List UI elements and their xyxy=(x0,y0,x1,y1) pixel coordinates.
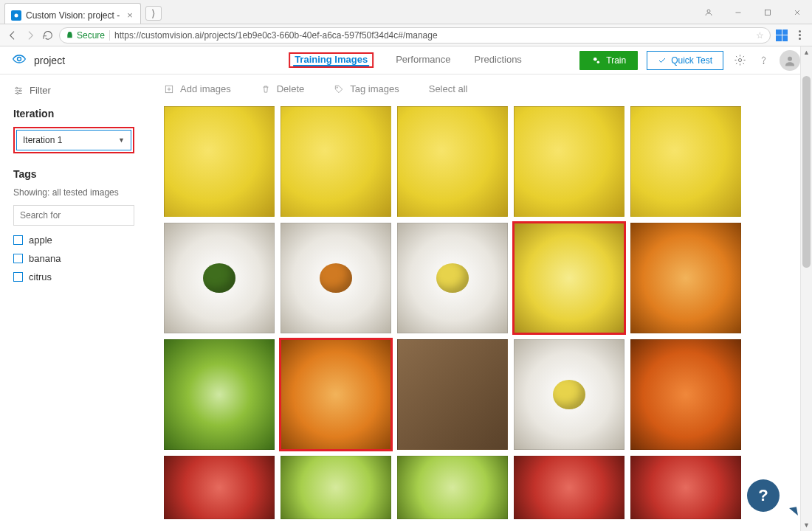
user-avatar[interactable] xyxy=(780,50,800,71)
select-all-label: Select all xyxy=(429,83,468,94)
address-bar[interactable]: Secure https://customvision.ai/projects/… xyxy=(59,27,771,44)
tag-images-button[interactable]: Tag images xyxy=(334,83,399,94)
help-bubble-tail xyxy=(789,507,798,517)
add-images-button[interactable]: Add images xyxy=(164,83,231,94)
iteration-selected: Iteration 1 xyxy=(23,135,62,145)
settings-gear-icon[interactable] xyxy=(732,53,747,68)
train-label: Train xyxy=(606,55,626,66)
image-thumb[interactable] xyxy=(281,223,391,333)
browser-tabstrip: Custom Vision: project - × ⟩ xyxy=(0,0,812,24)
main-tabs: Training Images Performance Predictions xyxy=(289,46,523,74)
image-thumb[interactable] xyxy=(164,106,275,217)
svg-point-6 xyxy=(18,57,21,60)
image-thumb[interactable] xyxy=(164,456,275,519)
tag-label: banana xyxy=(29,253,61,264)
plus-box-icon xyxy=(164,84,174,94)
svg-point-8 xyxy=(597,60,600,63)
image-grid-scroll[interactable] xyxy=(148,100,812,531)
tab-predictions[interactable]: Predictions xyxy=(473,46,523,74)
svg-point-15 xyxy=(16,87,18,88)
image-thumb[interactable] xyxy=(281,106,391,217)
tags-subtext: Showing: all tested images xyxy=(13,187,134,198)
tab-performance[interactable]: Performance xyxy=(394,46,452,74)
browser-toolbar: Secure https://customvision.ai/projects/… xyxy=(0,24,812,46)
browser-tab[interactable]: Custom Vision: project - × xyxy=(4,3,141,24)
quick-test-label: Quick Test xyxy=(671,55,712,66)
bookmark-star-icon[interactable]: ☆ xyxy=(756,30,764,41)
account-icon[interactable] xyxy=(694,2,723,23)
window-minimize-button[interactable] xyxy=(723,2,753,23)
help-icon[interactable] xyxy=(756,53,771,68)
tag-item-banana[interactable]: banana xyxy=(13,253,134,264)
window-close-button[interactable] xyxy=(782,2,812,23)
project-title: project xyxy=(34,55,65,66)
tag-search-input[interactable] xyxy=(13,205,134,226)
tag-item-apple[interactable]: apple xyxy=(13,235,134,246)
windows-ext-icon[interactable] xyxy=(775,29,788,42)
sliders-icon xyxy=(13,86,24,96)
image-thumb[interactable] xyxy=(630,223,741,333)
scroll-down-icon[interactable]: ▼ xyxy=(801,519,812,531)
scroll-thumb[interactable] xyxy=(802,76,811,268)
svg-point-10 xyxy=(763,63,763,63)
trash-icon xyxy=(261,84,271,94)
image-thumb[interactable] xyxy=(397,106,508,217)
filter-label: Filter xyxy=(30,85,51,96)
iteration-dropdown[interactable]: Iteration 1 ▼ xyxy=(16,130,131,150)
image-thumb[interactable] xyxy=(397,223,508,333)
quick-test-button[interactable]: Quick Test xyxy=(647,51,723,70)
filter-row[interactable]: Filter xyxy=(13,85,134,96)
image-thumb[interactable] xyxy=(630,106,741,217)
secure-label: Secure xyxy=(77,30,105,41)
svg-point-21 xyxy=(337,86,338,88)
image-grid xyxy=(164,106,796,519)
window-maximize-button[interactable] xyxy=(753,2,782,23)
app-header: project Training Images Performance Pred… xyxy=(0,46,812,74)
image-thumb[interactable] xyxy=(630,339,741,450)
new-tab-button[interactable]: ⟩ xyxy=(145,6,162,21)
scroll-up-icon[interactable]: ▲ xyxy=(801,46,812,58)
image-thumb[interactable] xyxy=(164,339,275,450)
svg-point-11 xyxy=(788,56,792,60)
image-thumb[interactable] xyxy=(514,339,625,450)
help-chat-button[interactable]: ? xyxy=(747,479,780,512)
iteration-select-highlight: Iteration 1 ▼ xyxy=(13,127,134,153)
train-button[interactable]: Train xyxy=(579,51,638,70)
nav-reload-icon[interactable] xyxy=(41,29,55,42)
delete-button[interactable]: Delete xyxy=(261,83,305,94)
svg-point-0 xyxy=(15,13,18,17)
nav-forward-icon[interactable] xyxy=(24,29,37,42)
tag-item-citrus[interactable]: citrus xyxy=(13,271,134,282)
tab-close-icon[interactable]: × xyxy=(127,10,133,21)
chrome-menu-icon[interactable] xyxy=(793,29,806,42)
select-all-button[interactable]: Select all xyxy=(429,83,468,94)
sidebar: Filter Iteration Iteration 1 ▼ Tags Show… xyxy=(0,74,148,531)
image-thumb[interactable] xyxy=(281,339,391,450)
gears-icon xyxy=(591,55,602,66)
training-tab-highlight: Training Images xyxy=(289,52,374,68)
svg-point-16 xyxy=(19,89,21,91)
image-thumb[interactable] xyxy=(630,456,741,519)
tag-label: citrus xyxy=(29,271,52,282)
tag-icon xyxy=(334,84,344,94)
content-area: Add images Delete Tag images Select all xyxy=(148,74,812,531)
image-thumb[interactable] xyxy=(514,106,625,217)
tags-section-label: Tags xyxy=(13,168,134,180)
checkbox-icon xyxy=(13,254,23,263)
tab-training-images[interactable]: Training Images xyxy=(293,54,369,66)
image-thumb[interactable] xyxy=(281,456,391,519)
chevron-down-icon: ▼ xyxy=(118,136,125,144)
page-scrollbar[interactable]: ▲ ▼ xyxy=(800,46,812,531)
image-thumb[interactable] xyxy=(397,339,508,450)
image-thumb[interactable] xyxy=(514,456,625,519)
svg-point-1 xyxy=(707,10,710,13)
check-icon xyxy=(658,56,667,65)
svg-point-7 xyxy=(593,57,597,60)
tab-title: Custom Vision: project - xyxy=(26,10,120,21)
image-thumb[interactable] xyxy=(514,223,625,333)
nav-back-icon[interactable] xyxy=(6,29,19,42)
iteration-section-label: Iteration xyxy=(13,108,134,119)
customvision-logo-icon xyxy=(12,52,27,69)
image-thumb[interactable] xyxy=(397,456,508,519)
image-thumb[interactable] xyxy=(164,223,275,333)
